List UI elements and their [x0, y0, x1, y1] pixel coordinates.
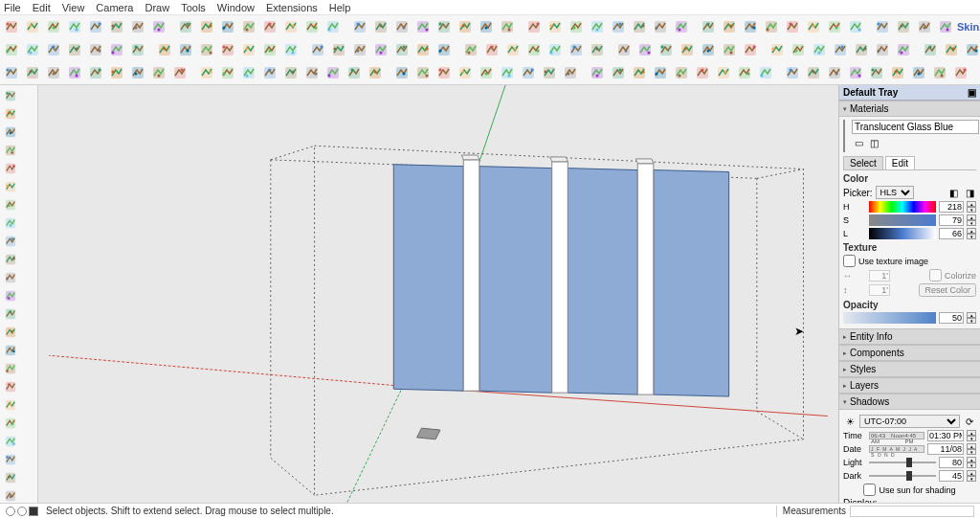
ltool-btn-209[interactable] — [2, 251, 18, 267]
tb3-btn-103[interactable] — [65, 63, 84, 82]
use-texture-checkbox[interactable] — [843, 255, 856, 267]
tb2-btn-51[interactable] — [23, 40, 42, 59]
tb3-btn-124[interactable] — [519, 63, 538, 82]
tb2-btn-61[interactable] — [239, 40, 258, 59]
tb2-btn-58[interactable] — [176, 40, 195, 59]
use-sun-checkbox[interactable] — [863, 484, 876, 496]
tb2-btn-65[interactable] — [329, 40, 348, 59]
tb3-btn-142[interactable] — [909, 63, 928, 82]
light-stepper[interactable]: ▴▾ — [967, 457, 976, 468]
tb1-btn-12[interactable] — [260, 17, 279, 36]
tb2-btn-78[interactable] — [614, 40, 634, 59]
tb1-btn-29[interactable] — [630, 17, 649, 36]
ltool-btn-207[interactable] — [2, 214, 18, 231]
tb2-btn-81[interactable] — [678, 40, 697, 59]
tb2-btn-85[interactable] — [768, 40, 787, 59]
tb2-btn-66[interactable] — [350, 40, 369, 59]
tb1-btn-17[interactable] — [371, 17, 390, 36]
tray-pin-icon[interactable]: ▣ — [968, 87, 976, 98]
tex-h-input[interactable] — [869, 284, 890, 296]
tb3-btn-135[interactable] — [756, 63, 775, 82]
ltool-btn-205[interactable] — [2, 178, 18, 194]
tb2-btn-64[interactable] — [308, 40, 327, 59]
tb1-btn-19[interactable] — [413, 17, 433, 36]
tb2-btn-71[interactable] — [461, 40, 480, 59]
tb2-btn-55[interactable] — [107, 40, 126, 59]
color-swap2-icon[interactable]: ◨ — [963, 186, 976, 199]
tb3-btn-108[interactable] — [170, 63, 189, 82]
menu-view[interactable]: View — [62, 2, 85, 13]
tb3-btn-128[interactable] — [609, 63, 628, 82]
ltool-btn-203[interactable] — [2, 142, 18, 158]
ltool-btn-222[interactable] — [2, 487, 18, 504]
status-profile-icon[interactable] — [29, 507, 38, 516]
tb3-btn-113[interactable] — [281, 63, 301, 82]
tb1-btn-26[interactable] — [567, 17, 586, 36]
ltool-btn-211[interactable] — [2, 287, 18, 304]
tb2-btn-60[interactable] — [218, 40, 237, 59]
menu-draw[interactable]: Draw — [145, 2, 169, 13]
ltool-btn-213[interactable] — [2, 324, 18, 340]
tb1-btn-18[interactable] — [392, 17, 412, 36]
tb3-btn-126[interactable] — [561, 63, 580, 82]
tb3-btn-143[interactable] — [930, 63, 949, 82]
tb2-btn-88[interactable] — [831, 40, 850, 59]
tb3-btn-127[interactable] — [588, 63, 607, 82]
tb3-btn-109[interactable] — [197, 63, 216, 82]
ltool-btn-201[interactable] — [2, 105, 18, 122]
tb1-btn-2[interactable] — [44, 17, 63, 36]
ltool-btn-202[interactable] — [2, 124, 18, 140]
tb2-btn-72[interactable] — [482, 40, 501, 59]
hue-input[interactable] — [939, 201, 964, 213]
dark-input[interactable] — [939, 470, 964, 482]
tb3-btn-119[interactable] — [413, 63, 433, 82]
tb1-btn-11[interactable] — [239, 17, 258, 36]
lig-slider[interactable] — [869, 228, 936, 239]
tb3-btn-121[interactable] — [456, 63, 475, 82]
tb1-btn-4[interactable] — [86, 17, 105, 36]
color-swap1-icon[interactable]: ◧ — [947, 186, 960, 199]
tb1-btn-31[interactable] — [672, 17, 691, 36]
tb1-btn-40[interactable] — [873, 17, 892, 36]
ltool-btn-210[interactable] — [2, 269, 18, 285]
tb1-btn-9[interactable] — [197, 17, 216, 36]
tb3-btn-105[interactable] — [107, 63, 126, 82]
panel-components-head[interactable]: Components — [839, 345, 980, 361]
tb3-btn-112[interactable] — [260, 63, 279, 82]
sat-input[interactable] — [939, 214, 964, 226]
picker-mode-select[interactable]: HLS — [876, 186, 914, 199]
tb1-btn-32[interactable] — [699, 17, 718, 36]
tb3-btn-115[interactable] — [323, 63, 343, 82]
tb2-btn-83[interactable] — [720, 40, 739, 59]
tb1-btn-1[interactable] — [23, 17, 42, 36]
ltool-btn-215[interactable] — [2, 360, 18, 376]
tb3-btn-102[interactable] — [44, 63, 63, 82]
tb2-btn-80[interactable] — [657, 40, 676, 59]
menu-edit[interactable]: Edit — [33, 2, 51, 13]
material-swatch[interactable] — [843, 120, 845, 152]
tb1-btn-13[interactable] — [281, 17, 301, 36]
tb2-btn-76[interactable] — [567, 40, 586, 59]
ltool-btn-206[interactable] — [2, 196, 18, 213]
tb3-btn-117[interactable] — [366, 63, 385, 82]
ltool-btn-200[interactable] — [2, 87, 18, 103]
time-stepper[interactable]: ▴▾ — [967, 430, 976, 441]
tb3-btn-122[interactable] — [477, 63, 496, 82]
tb1-btn-38[interactable] — [825, 17, 844, 36]
opacity-stepper[interactable]: ▴▾ — [967, 312, 976, 324]
tb1-btn-42[interactable] — [915, 17, 934, 36]
tb2-btn-75[interactable] — [546, 40, 565, 59]
tb3-btn-111[interactable] — [239, 63, 258, 82]
shadows-toggle-icon[interactable]: ☀ — [843, 415, 857, 428]
tb3-btn-136[interactable] — [783, 63, 802, 82]
tb3-btn-110[interactable] — [218, 63, 237, 82]
tb3-btn-130[interactable] — [651, 63, 670, 82]
tb3-btn-120[interactable] — [434, 63, 454, 82]
tb1-btn-37[interactable] — [804, 17, 823, 36]
ltool-btn-220[interactable] — [2, 451, 18, 467]
tb2-btn-86[interactable] — [789, 40, 808, 59]
tb2-btn-53[interactable] — [65, 40, 84, 59]
viewport[interactable]: ➤ — [38, 85, 838, 503]
tb2-btn-87[interactable] — [810, 40, 829, 59]
tray-title[interactable]: Default Tray▣ — [839, 85, 980, 101]
